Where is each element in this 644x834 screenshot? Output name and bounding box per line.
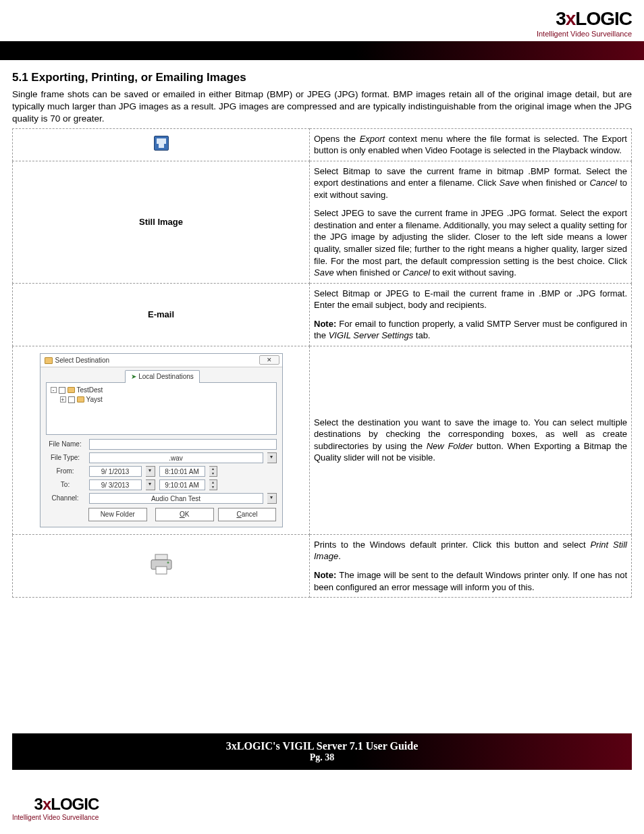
destination-tree[interactable]: - TestDest + Yayst [46,382,277,435]
footer-logo-area: 3xLOGIC Intelligent Video Surveillance [12,795,99,822]
logo-tagline: Intelligent Video Surveillance [12,814,99,821]
table-row: Prints to the Windows default printer. C… [13,534,632,597]
save-icon [154,136,169,151]
close-button[interactable]: ✕ [259,355,279,365]
cell-dialog-screenshot: Select Destination ✕ ➤Local Destinations… [13,346,310,534]
cell-email-label: E-mail [13,283,310,346]
header-bar [0,41,644,60]
text: Prints to the Windows default printer. C… [314,540,590,550]
text: when finished or [519,178,589,188]
text: Opens the [314,134,360,144]
row-channel: Channel: Audio Chan Test ▾ [46,493,277,504]
folder-icon [77,396,84,402]
collapse-icon[interactable]: - [51,387,57,393]
section-intro: Single frame shots can be saved or email… [12,88,632,126]
filetype-select[interactable]: .wav [89,452,263,463]
cell-printer-icon [13,534,310,597]
checkbox[interactable] [68,396,75,403]
cell-email-desc: Select Bitmap or JPEG to E-mail the curr… [310,283,632,346]
row-filename: File Name: [46,439,277,450]
cell-export-desc: Opens the Export context menu where the … [310,128,632,161]
table-row: Select Destination ✕ ➤Local Destinations… [13,346,632,534]
header-logo-area: 3xLOGIC Intelligent Video Surveillance [0,0,644,41]
table-row: Opens the Export context menu where the … [13,128,632,161]
tree-item-root[interactable]: - TestDest [51,386,272,395]
note-label: Note: [314,570,336,580]
dialog-title-bar: Select Destination ✕ [41,354,282,368]
text: Select Bitmap or JPEG to E-mail the curr… [314,288,627,311]
arrow-icon: ➤ [131,373,136,380]
channel-select[interactable]: Audio Chan Test [89,493,263,504]
printer-icon [148,568,175,578]
logo-part1: 3 [556,8,566,29]
cell-print-desc: Prints to the Windows default printer. C… [310,534,632,597]
table-row: E-mail Select Bitmap or JPEG to E-mail t… [13,283,632,346]
ok-button[interactable]: OK [155,508,214,521]
note-label: Note: [314,319,336,329]
filename-input[interactable] [89,439,277,450]
em-export: Export [360,134,385,144]
logo-part2: LOGIC [51,795,99,813]
label-channel: Channel: [46,494,85,503]
text: tab. [413,330,430,340]
em-cancel: Cancel [403,267,430,278]
dialog-body: ➤Local Destinations - TestDest + [41,367,282,527]
label-filename: File Name: [46,440,85,449]
folder-icon [45,357,53,364]
label-filetype: File Type: [46,453,85,463]
em-new-folder: New Folder [427,441,473,451]
page-content: 5.1 Exporting, Printing, or Emailing Ima… [0,71,644,598]
svg-rect-2 [156,567,167,574]
tree-label: TestDest [77,386,103,395]
spinner[interactable]: ▴▾ [209,479,217,490]
text: to exit without saving. [430,267,516,278]
cell-still-label: Still Image [13,161,310,283]
dialog-title: Select Destination [55,356,110,365]
cell-still-desc: Select Bitmap to save the current frame … [310,161,632,283]
to-time-input[interactable]: 9:10:01 AM [159,479,205,490]
logo-part2: LOGIC [575,8,632,29]
footer-page: Pg. 38 [12,752,632,763]
dropdown-icon[interactable]: ▾ [146,479,155,490]
dropdown-icon[interactable]: ▾ [267,452,277,463]
dropdown-icon[interactable]: ▾ [267,493,277,504]
section-title: 5.1 Exporting, Printing, or Emailing Ima… [12,71,632,84]
row-to: To: 9/ 3/2013 ▾ 9:10:01 AM ▴▾ [46,479,277,490]
footer-bar: 3xLOGIC's VIGIL Server 7.1 User Guide Pg… [12,733,632,770]
tree-item-child[interactable]: + Yayst [60,395,272,405]
logo-tagline: Intelligent Video Surveillance [537,30,632,38]
brand-logo-footer: 3xLOGIC Intelligent Video Surveillance [12,795,99,821]
text: Select JPEG to save the current frame in… [314,208,627,265]
spinner[interactable]: ▴▾ [209,466,217,477]
em-save: Save [500,178,520,188]
expand-icon[interactable]: + [60,396,66,402]
tab-local-destinations[interactable]: ➤Local Destinations [125,370,200,383]
logo-x: x [43,795,51,813]
new-folder-button[interactable]: New Folder [88,508,147,521]
tab-label: Local Destinations [138,373,194,380]
from-date-input[interactable]: 9/ 1/2013 [89,466,142,477]
row-from: From: 9/ 1/2013 ▾ 8:10:01 AM ▴▾ [46,466,277,477]
select-destination-dialog: Select Destination ✕ ➤Local Destinations… [40,353,283,527]
dropdown-icon[interactable]: ▾ [146,466,155,477]
text: The image will be sent to the default Wi… [314,570,627,592]
logo-x: x [566,8,576,29]
from-time-input[interactable]: 8:10:01 AM [159,466,205,477]
text: . [338,551,341,561]
table-row: Still Image Select Bitmap to save the cu… [13,161,632,283]
tree-label: Yayst [86,395,103,405]
to-date-input[interactable]: 9/ 3/2013 [89,479,142,490]
cancel-button[interactable]: Cancel [218,508,277,521]
em-save: Save [314,267,334,278]
dialog-button-row: New Folder OK Cancel [46,508,277,521]
label-from: From: [46,467,85,476]
em-settings: VIGIL Server Settings [329,330,414,340]
logo-part1: 3 [34,795,43,813]
checkbox[interactable] [59,387,65,394]
footer-title: 3xLOGIC's VIGIL Server 7.1 User Guide [12,740,632,752]
label-to: To: [46,480,85,490]
svg-rect-0 [155,554,167,560]
text: when finished or [334,267,403,278]
folder-icon [68,387,75,393]
em-cancel: Cancel [589,178,616,188]
